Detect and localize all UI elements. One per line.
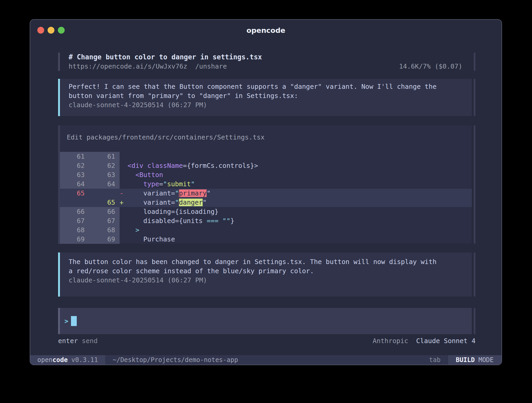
- diff-gutter-pad: [115, 179, 120, 189]
- diff-old-line-number: 69: [60, 235, 85, 244]
- message-text: The button color has been changed to dan…: [69, 257, 472, 266]
- diff-row: 6464 type="submit": [60, 179, 472, 189]
- diff-new-line-number: 66: [85, 207, 115, 216]
- input-accent-bar: [58, 308, 60, 334]
- session-header: # Change button color to danger in setti…: [58, 53, 475, 71]
- diff-row: 6969 Purchase: [60, 235, 472, 244]
- edit-file-path: Edit packages/frontend/src/containers/Se…: [60, 133, 472, 142]
- scrollbar-segment: [474, 308, 475, 334]
- diff-row: 6262 <div className={formCs.controls}>: [60, 161, 472, 170]
- diff-row: 6767 disabled={units === ""}: [60, 216, 472, 225]
- edit-accent-bar: [58, 125, 60, 244]
- prompt-input-row: >: [58, 308, 475, 334]
- diff-gutter-pad: [115, 161, 120, 170]
- diff-old-line-number: 66: [60, 207, 85, 216]
- token-usage: 14.6K/7% ($0.07): [399, 62, 472, 71]
- diff-code-line: [120, 152, 472, 161]
- diff-new-line-number: 63: [85, 170, 115, 179]
- session-header-accent-bar: [58, 53, 60, 71]
- diff-code-line: disabled={units === ""}: [120, 216, 472, 225]
- status-bar: opencode v0.3.11 ~/Desktop/Projects/demo…: [30, 355, 502, 365]
- diff-gutter-pad: [115, 152, 120, 161]
- diff-row: 6666 loading={isLoading}: [60, 207, 472, 216]
- diff-row: 6161: [60, 152, 472, 161]
- diff-new-line-number: [85, 189, 115, 198]
- session-title: # Change button color to danger in setti…: [69, 53, 472, 62]
- diff-old-line-number: 68: [60, 225, 85, 235]
- message-text: Perfect! I can see that the Button compo…: [69, 82, 472, 91]
- diff-new-line-number: 68: [85, 225, 115, 235]
- diff-code-line: + variant="danger": [120, 198, 472, 207]
- scrollbar-segment: [474, 252, 475, 297]
- diff-code-line: loading={isLoading}: [120, 207, 472, 216]
- diff-row: 6868 >: [60, 225, 472, 235]
- diff-old-line-number: 63: [60, 170, 85, 179]
- app-version: v0.3.11: [71, 356, 98, 364]
- assistant-message-2: The button color has been changed to dan…: [58, 252, 475, 297]
- opencode-window: opencode # Change button color to danger…: [30, 19, 502, 365]
- scrollbar-segment: [474, 79, 475, 116]
- diff-gutter-pad: [115, 189, 120, 198]
- diff-code-line: - variant="primary": [120, 189, 472, 198]
- diff-old-line-number: 61: [60, 152, 85, 161]
- diff-old-line-number: 67: [60, 216, 85, 225]
- model-label: Claude Sonnet 4: [416, 337, 475, 345]
- unshare-command[interactable]: /unshare: [195, 62, 227, 71]
- scrollbar-segment: [474, 53, 475, 71]
- diff-code-line: Purchase: [120, 235, 472, 244]
- diff-new-line-number: 65: [85, 198, 115, 207]
- diff-row: 65+ variant="danger": [60, 198, 472, 207]
- diff-gutter-pad: [115, 198, 120, 207]
- message-meta: claude-sonnet-4-20250514 (06:27 PM): [69, 276, 472, 285]
- text-cursor: [71, 316, 77, 326]
- diff-new-line-number: 67: [85, 216, 115, 225]
- working-directory: ~/Desktop/Projects/demo-notes-app: [113, 356, 238, 364]
- diff-gutter-pad: [115, 216, 120, 225]
- diff-new-line-number: 62: [85, 161, 115, 170]
- message-text: a red/rose color scheme instead of the b…: [69, 266, 472, 276]
- mode-name: BUILD: [456, 356, 475, 364]
- diff-old-line-number: 62: [60, 161, 85, 170]
- message-meta: claude-sonnet-4-20250514 (06:27 PM): [69, 100, 472, 110]
- enter-key-hint: enter: [58, 336, 78, 345]
- diff-gutter-pad: [115, 225, 120, 235]
- diff-old-line-number: 64: [60, 179, 85, 189]
- app-name-open: open: [37, 356, 53, 364]
- diff-row: 6363 <Button: [60, 170, 472, 179]
- window-title: opencode: [30, 26, 502, 34]
- hint-row: enter send Anthropic Claude Sonnet 4: [58, 336, 475, 345]
- app-version-tile: opencode v0.3.11: [30, 355, 105, 365]
- diff-new-line-number: 64: [85, 179, 115, 189]
- session-content: # Change button color to danger in setti…: [30, 41, 502, 355]
- diff-code-line: type="submit": [120, 179, 472, 189]
- tab-key-hint: tab: [429, 356, 441, 364]
- diff-code-line: <Button: [120, 170, 472, 179]
- titlebar: opencode: [30, 20, 502, 41]
- diff-new-line-number: 61: [85, 152, 115, 161]
- app-name-code: code: [53, 356, 68, 364]
- diff-code-line: <div className={formCs.controls}>: [120, 161, 472, 170]
- prompt-input[interactable]: >: [60, 308, 472, 334]
- message-accent-bar: [58, 252, 60, 297]
- scrollbar-segment: [474, 125, 475, 244]
- diff-gutter-pad: [115, 235, 120, 244]
- edit-tool-block: Edit packages/frontend/src/containers/Se…: [58, 125, 475, 244]
- diff-code-line: >: [120, 225, 472, 235]
- diff-old-line-number: 65: [60, 189, 85, 198]
- diff-new-line-number: 69: [85, 235, 115, 244]
- mode-toggle[interactable]: BUILD MODE: [447, 355, 502, 365]
- diff-gutter-pad: [115, 170, 120, 179]
- diff-table: 61616262 <div className={formCs.controls…: [60, 152, 472, 244]
- diff-gutter-pad: [115, 207, 120, 216]
- send-label: send: [82, 336, 98, 345]
- provider-label: Anthropic: [373, 337, 408, 345]
- message-accent-bar: [58, 79, 60, 116]
- mode-suffix: MODE: [478, 356, 494, 364]
- diff-old-line-number: [60, 198, 85, 207]
- assistant-message-1: Perfect! I can see that the Button compo…: [58, 79, 475, 116]
- message-text: button variant from "primary" to "danger…: [69, 91, 472, 100]
- share-url[interactable]: https://opencode.ai/s/UwJxv76z: [69, 62, 187, 71]
- prompt-symbol: >: [64, 317, 68, 325]
- diff-row: 65- variant="primary": [60, 189, 472, 198]
